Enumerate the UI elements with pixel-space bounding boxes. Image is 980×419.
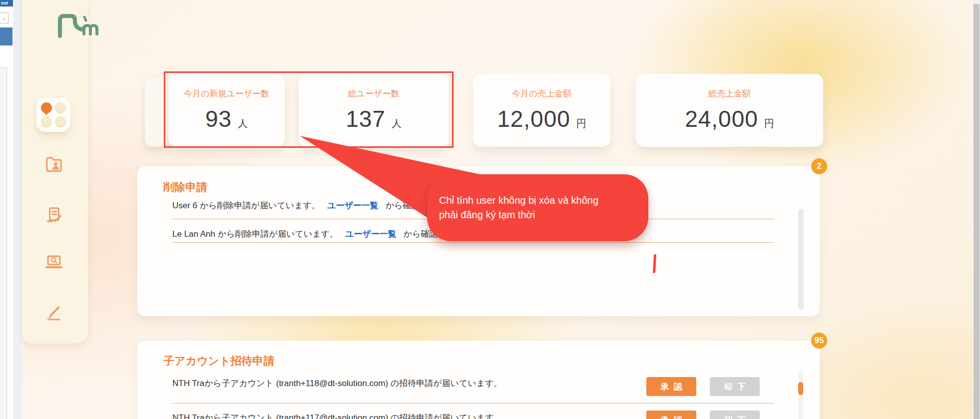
invitation-row: NTH Traから子アカウント (tranth+117@dt-solution.… — [172, 412, 494, 419]
sidebar-item-dashboard[interactable] — [36, 98, 70, 132]
approve-button[interactable]: 承認 — [646, 377, 696, 396]
stat-label: 総売上金額 — [636, 88, 823, 99]
page-scrollbar[interactable] — [973, 0, 980, 419]
deletion-section-title: 削除申請 — [163, 180, 207, 195]
row-divider — [172, 403, 774, 404]
background-window-dropdown[interactable]: ⌄ — [0, 12, 8, 23]
stat-unit: 円 — [764, 118, 774, 129]
invitation-section-title: 子アカウント招待申請 — [163, 354, 275, 369]
stat-label: 今月の売上金額 — [473, 88, 610, 99]
deletion-badge: 2 — [811, 158, 827, 174]
reject-button[interactable]: 却下 — [710, 377, 760, 396]
reject-button[interactable]: 却下 — [710, 411, 760, 419]
app-logo — [53, 9, 99, 41]
window-edge-strip — [13, 0, 22, 419]
user-list-link[interactable]: ユーザー一覧 — [327, 201, 379, 210]
screen: out ⌄ — [0, 0, 980, 419]
document-edit-icon — [44, 206, 63, 225]
deletion-row-prefix: User 6 から削除申請が届いています。 — [172, 201, 320, 210]
stat-card-month-sales: 今月の売上金額 12,000円 — [473, 74, 610, 147]
deletion-scrollbar[interactable] — [798, 209, 804, 310]
invitation-scrollbar[interactable] — [798, 372, 803, 419]
dashboard-icon — [41, 102, 52, 113]
row-divider — [172, 242, 774, 243]
background-window-title: out — [0, 0, 13, 6]
sidebar-item-edit[interactable] — [44, 303, 63, 322]
annotation-callout: Chỉ tính user không bị xóa và không phải… — [427, 174, 648, 241]
background-window-panel — [0, 67, 7, 419]
stat-card-total-sales: 総売上金額 24,000円 — [636, 74, 823, 147]
laptop-search-icon — [44, 253, 63, 272]
stat-value: 24,000円 — [636, 105, 823, 132]
deletion-row-prefix: Le Lan Anh から削除申請が届いています。 — [172, 229, 338, 239]
background-window-header — [0, 27, 12, 45]
annotation-rectangle — [164, 71, 454, 148]
stat-value: 12,000円 — [473, 105, 610, 132]
approve-button[interactable]: 承認 — [646, 411, 696, 419]
annotation-note-text: Chỉ tính user không bị xóa và không phải… — [439, 193, 619, 222]
stat-unit: 円 — [576, 118, 586, 129]
folder-user-icon — [44, 155, 63, 174]
sidebar-item-users[interactable] — [44, 155, 63, 174]
pen-icon — [44, 303, 63, 322]
invitation-scrollbar-thumb[interactable] — [798, 382, 803, 395]
sidebar-item-monitor[interactable] — [44, 253, 63, 272]
invitation-row: NTH Traから子アカウント (tranth+118@dt-solution.… — [172, 378, 502, 389]
page-scrollbar-thumb[interactable] — [974, 4, 980, 419]
invitation-request-card: 子アカウント招待申請 NTH Traから子アカウント (tranth+118@d… — [137, 341, 820, 419]
sidebar-item-contracts[interactable] — [44, 206, 63, 225]
invitation-badge: 95 — [811, 333, 827, 349]
user-list-link[interactable]: ユーザー一覧 — [345, 229, 397, 239]
